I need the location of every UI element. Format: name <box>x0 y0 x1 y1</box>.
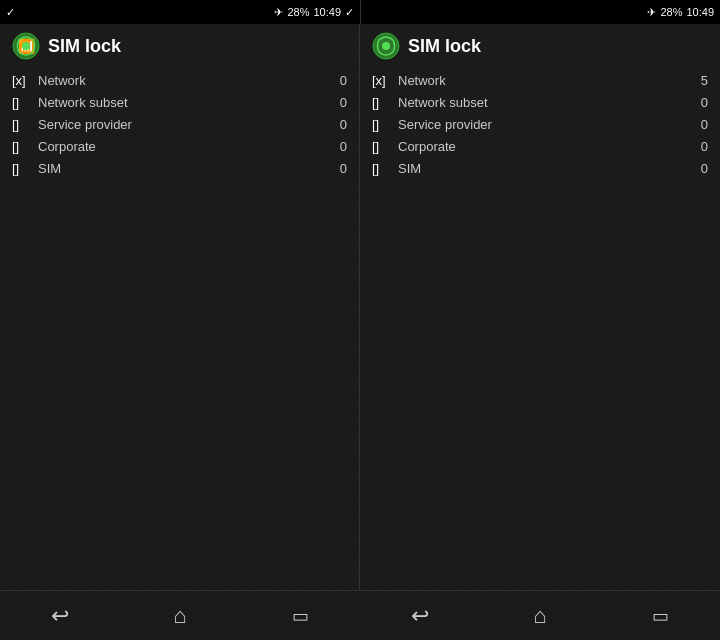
left-label-sim: SIM <box>38 158 321 180</box>
right-row-corporate: [] Corporate 0 <box>372 136 708 158</box>
svg-point-2 <box>22 42 30 50</box>
right-row-sim: [] SIM 0 <box>372 158 708 180</box>
right-cb-network: [x] <box>372 70 392 92</box>
recent-icon-right: ▭ <box>652 605 669 627</box>
left-label-network: Network <box>38 70 321 92</box>
right-val-corporate: 0 <box>688 136 708 158</box>
left-row-corporate: [] Corporate 0 <box>12 136 347 158</box>
left-val-provider: 0 <box>327 114 347 136</box>
left-label-corporate: Corporate <box>38 136 321 158</box>
right-cb-provider: [] <box>372 114 392 136</box>
battery-left: 28% <box>287 6 309 18</box>
main-content: 📶 SIM lock [x] Network 0 [] Network subs… <box>0 24 720 590</box>
left-label-subset: Network subset <box>38 92 321 114</box>
status-bar-right: ✈ 28% 10:49 <box>360 0 720 24</box>
airplane-icon-left: ✈ <box>274 6 283 19</box>
status-bar-left: ✓ ✈ 28% 10:49 ✓ <box>0 0 360 24</box>
recent-button-right[interactable]: ▭ <box>620 596 700 636</box>
airplane-icon-right: ✈ <box>647 6 656 19</box>
right-sim-header: SIM lock <box>372 32 708 60</box>
svg-point-4 <box>382 42 390 50</box>
right-label-network: Network <box>398 70 682 92</box>
left-label-provider: Service provider <box>38 114 321 136</box>
right-val-network: 5 <box>688 70 708 92</box>
left-lock-table: [x] Network 0 [] Network subset 0 [] Ser… <box>12 70 347 180</box>
left-cb-sim: [] <box>12 158 32 180</box>
left-val-sim: 0 <box>327 158 347 180</box>
left-cb-subset: [] <box>12 92 32 114</box>
left-sim-title: SIM lock <box>48 36 121 57</box>
home-button-left[interactable]: ⌂ <box>140 596 220 636</box>
left-row-network: [x] Network 0 <box>12 70 347 92</box>
check2-icon-left: ✓ <box>345 6 354 19</box>
back-icon-right: ↩ <box>411 603 429 629</box>
right-row-network: [x] Network 5 <box>372 70 708 92</box>
check-icon-left: ✓ <box>6 6 15 19</box>
right-cb-subset: [] <box>372 92 392 114</box>
left-cb-provider: [] <box>12 114 32 136</box>
right-cb-corporate: [] <box>372 136 392 158</box>
back-button-right[interactable]: ↩ <box>380 596 460 636</box>
right-label-provider: Service provider <box>398 114 682 136</box>
home-icon-left: ⌂ <box>173 603 186 629</box>
left-val-corporate: 0 <box>327 136 347 158</box>
right-val-provider: 0 <box>688 114 708 136</box>
time-left: 10:49 <box>313 6 341 18</box>
left-val-network: 0 <box>327 70 347 92</box>
right-val-subset: 0 <box>688 92 708 114</box>
back-icon-left: ↩ <box>51 603 69 629</box>
right-row-subset: [] Network subset 0 <box>372 92 708 114</box>
back-button-left[interactable]: ↩ <box>20 596 100 636</box>
left-row-subset: [] Network subset 0 <box>12 92 347 114</box>
right-val-sim: 0 <box>688 158 708 180</box>
home-button-right[interactable]: ⌂ <box>500 596 580 636</box>
left-panel: 📶 SIM lock [x] Network 0 [] Network subs… <box>0 24 360 590</box>
right-label-subset: Network subset <box>398 92 682 114</box>
left-val-subset: 0 <box>327 92 347 114</box>
right-lock-table: [x] Network 5 [] Network subset 0 [] Ser… <box>372 70 708 180</box>
left-row-provider: [] Service provider 0 <box>12 114 347 136</box>
right-cb-sim: [] <box>372 158 392 180</box>
recent-icon-left: ▭ <box>292 605 309 627</box>
status-bars-row: ✓ ✈ 28% 10:49 ✓ ✈ 28% 10:49 <box>0 0 720 24</box>
time-right: 10:49 <box>686 6 714 18</box>
left-cb-network: [x] <box>12 70 32 92</box>
right-label-sim: SIM <box>398 158 682 180</box>
right-label-corporate: Corporate <box>398 136 682 158</box>
sim-logo-right <box>372 32 400 60</box>
right-sim-title: SIM lock <box>408 36 481 57</box>
right-row-provider: [] Service provider 0 <box>372 114 708 136</box>
nav-bar: ↩ ⌂ ▭ ↩ ⌂ ▭ <box>0 590 720 640</box>
left-sim-header: 📶 SIM lock <box>12 32 347 60</box>
left-row-sim: [] SIM 0 <box>12 158 347 180</box>
battery-right: 28% <box>660 6 682 18</box>
right-panel: SIM lock [x] Network 5 [] Network subset… <box>360 24 720 590</box>
home-icon-right: ⌂ <box>533 603 546 629</box>
left-cb-corporate: [] <box>12 136 32 158</box>
recent-button-left[interactable]: ▭ <box>260 596 340 636</box>
sim-logo-left: 📶 <box>12 32 40 60</box>
